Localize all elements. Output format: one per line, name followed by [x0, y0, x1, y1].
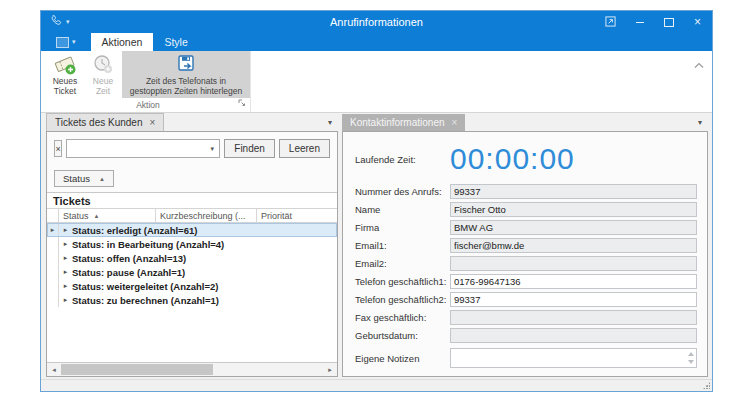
- timer-label: Laufende Zeit:: [355, 154, 450, 165]
- expand-icon[interactable]: ▸: [59, 282, 72, 290]
- field-label-name: Name: [355, 204, 450, 215]
- scrollbar-track[interactable]: [61, 363, 323, 376]
- group-row-erledigt[interactable]: ▸ ▸ Status: erledigt (Anzahl=61): [47, 223, 337, 237]
- column-header-prioritaet[interactable]: Priorität: [257, 209, 337, 222]
- field-label-geburtsdatum: Geburtsdatum:: [355, 330, 450, 341]
- contact-panel-body: Laufende Zeit: 00:00:00 Nummer des Anruf…: [342, 131, 708, 377]
- row-gutter: [47, 279, 59, 293]
- grid-rows: ▸ ▸ Status: erledigt (Anzahl=61) ▸ Statu…: [47, 223, 337, 362]
- display-options-icon: [605, 15, 616, 30]
- tickets-panel-tabstrip: Tickets des Kunden × ▾: [46, 113, 338, 131]
- expand-icon[interactable]: ▸: [59, 268, 72, 276]
- status-bar: [41, 379, 712, 391]
- group-row-text: Status: offen (Anzahl=13): [72, 253, 186, 264]
- group-row-weitergeleitet[interactable]: ▸ Status: weitergeleitet (Anzahl=2): [47, 279, 337, 293]
- row-gutter: [47, 293, 59, 307]
- find-button[interactable]: Finden: [224, 139, 275, 158]
- application-menu-icon: [56, 37, 69, 48]
- resize-grip[interactable]: [703, 382, 710, 389]
- scroll-right-icon[interactable]: ▸: [323, 363, 337, 376]
- clock-plus-icon: [92, 53, 114, 77]
- collapse-ribbon-icon[interactable]: [694, 55, 704, 73]
- input-telefon-geschaeftlich2[interactable]: [450, 292, 697, 307]
- notes-scroll-down-icon[interactable]: [688, 360, 694, 364]
- contact-tab-close-icon[interactable]: ×: [452, 118, 458, 128]
- notes-scroll-up-icon[interactable]: [688, 352, 694, 356]
- horizontal-scrollbar[interactable]: ◂ ▸: [47, 362, 337, 376]
- expand-icon[interactable]: ▸: [59, 296, 72, 304]
- input-name[interactable]: [450, 202, 697, 217]
- group-row-in-bearbeitung[interactable]: ▸ Status: in Bearbeitung (Anzahl=4): [47, 237, 337, 251]
- input-email2[interactable]: [450, 256, 697, 271]
- minimize-button[interactable]: [625, 11, 654, 33]
- tickets-panel-menu-icon[interactable]: ▾: [328, 118, 332, 127]
- log-call-time-button[interactable]: Zeit des Telefonats in gestoppten Zeiten…: [122, 51, 250, 98]
- save-time-icon: [175, 53, 197, 77]
- quick-access-dropdown-icon[interactable]: ▾: [66, 18, 70, 26]
- contact-panel-tabstrip: Kontaktinformationen × ▾: [342, 113, 708, 131]
- field-label-fax-geschaeftlich: Fax geschäftlich:: [355, 312, 450, 323]
- group-row-text: Status: zu berechnen (Anzahl=1): [72, 295, 219, 306]
- application-menu-button[interactable]: ▾: [49, 33, 83, 51]
- tab-style[interactable]: Style: [153, 33, 198, 51]
- scroll-left-icon[interactable]: ◂: [47, 363, 61, 376]
- search-input[interactable]: [67, 142, 205, 155]
- group-row-text: Status: weitergeleitet (Anzahl=2): [72, 281, 219, 292]
- new-time-label: Neue Zeit: [90, 77, 116, 97]
- group-row-pause[interactable]: ▸ Status: pause (Anzahl=1): [47, 265, 337, 279]
- tab-tickets-des-kunden[interactable]: Tickets des Kunden ×: [46, 113, 164, 131]
- search-dropdown-icon[interactable]: ▾: [205, 145, 219, 153]
- scrollbar-thumb[interactable]: [61, 364, 213, 375]
- new-time-button[interactable]: Neue Zeit: [84, 51, 122, 98]
- maximize-button[interactable]: [654, 11, 683, 33]
- group-by-status-chip[interactable]: Status ▲: [54, 170, 114, 187]
- input-email1[interactable]: [450, 238, 697, 253]
- field-label-telefon-geschaeftlich1: Telefon geschäftlich1:: [355, 276, 450, 287]
- field-label-email1: Email1:: [355, 240, 450, 251]
- group-row-offen[interactable]: ▸ Status: offen (Anzahl=13): [47, 251, 337, 265]
- tickets-panel-body: × ▾ Finden Leeren Status ▲: [46, 131, 338, 377]
- field-label-email2: Email2:: [355, 258, 450, 269]
- row-gutter: [47, 237, 59, 251]
- input-telefon-geschaeftlich1[interactable]: [450, 274, 697, 289]
- close-button[interactable]: ×: [683, 11, 712, 33]
- notes-textarea[interactable]: [451, 349, 696, 367]
- tab-aktionen[interactable]: Aktionen: [91, 33, 154, 51]
- expand-icon[interactable]: ▸: [59, 254, 72, 262]
- group-row-text: Status: in Bearbeitung (Anzahl=4): [72, 239, 224, 250]
- group-row-text: Status: pause (Anzahl=1): [72, 267, 185, 278]
- close-icon: ×: [694, 16, 701, 28]
- input-nummer-des-anrufs[interactable]: [450, 184, 697, 199]
- tab-kontaktinformationen[interactable]: Kontaktinformationen ×: [342, 114, 465, 131]
- notes-field-box: [450, 348, 697, 368]
- app-window: ▾ Anrufinformationen × ▾ Aktionen S: [40, 10, 713, 392]
- dock-area: Tickets des Kunden × ▾ × ▾ Finden Leeren: [41, 113, 712, 379]
- expand-icon[interactable]: ▸: [59, 226, 72, 234]
- input-fax-geschaeftlich[interactable]: [450, 310, 697, 325]
- clear-button[interactable]: Leeren: [279, 139, 330, 158]
- group-by-panel: Status ▲: [47, 165, 337, 193]
- search-clear-x-button[interactable]: ×: [54, 140, 62, 157]
- ribbon-group-aktion: Neues Ticket Neue Zeit: [41, 51, 251, 112]
- new-ticket-button[interactable]: Neues Ticket: [46, 51, 84, 98]
- search-combobox[interactable]: ▾: [66, 139, 220, 158]
- group-row-zu-berechnen[interactable]: ▸ Status: zu berechnen (Anzahl=1): [47, 293, 337, 307]
- field-label-telefon-geschaeftlich2: Telefon geschäftlich2:: [355, 294, 450, 305]
- dialog-launcher-icon[interactable]: [238, 99, 246, 109]
- row-gutter: [47, 265, 59, 279]
- application-menu-caret-icon: ▾: [72, 38, 76, 46]
- expand-icon[interactable]: ▸: [59, 240, 72, 248]
- column-header-status[interactable]: Status ▲: [59, 209, 156, 222]
- grid-header-row: Status ▲ Kurzbeschreibung (... Priorität: [47, 208, 337, 223]
- call-timer-value: 00:00:00: [450, 144, 575, 174]
- column-prioritaet-label: Priorität: [261, 211, 292, 221]
- column-header-kurzbeschreibung[interactable]: Kurzbeschreibung (...: [156, 209, 257, 222]
- titlebar: ▾ Anrufinformationen ×: [41, 11, 712, 33]
- tickets-grid: Tickets Status ▲ Kurzbeschreibung (...: [47, 193, 337, 376]
- ribbon-display-options-button[interactable]: [596, 11, 625, 33]
- input-geburtsdatum[interactable]: [450, 328, 697, 343]
- tickets-tab-close-icon[interactable]: ×: [149, 118, 155, 128]
- contact-panel-menu-icon[interactable]: ▾: [698, 118, 702, 127]
- input-firma[interactable]: [450, 220, 697, 235]
- tickets-tab-label: Tickets des Kunden: [55, 117, 142, 128]
